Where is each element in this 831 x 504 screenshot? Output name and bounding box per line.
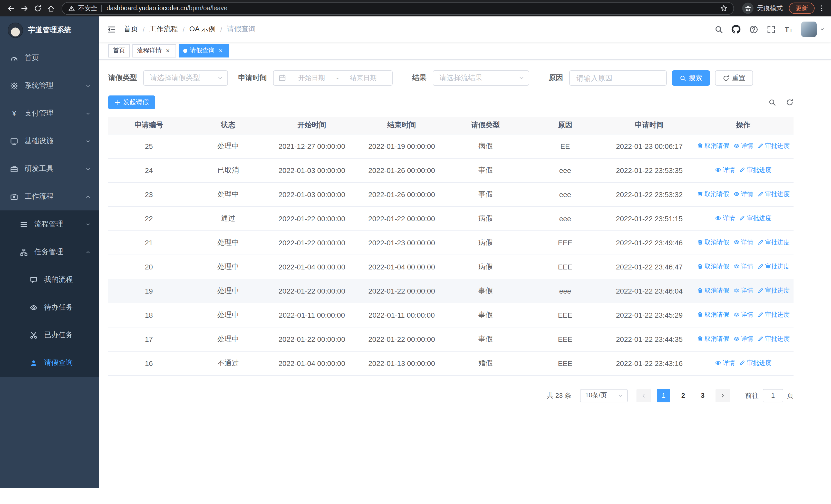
tab-2[interactable]: 请假查询× <box>179 44 229 57</box>
detail-link[interactable]: 详情 <box>733 262 753 271</box>
security-warning-icon <box>68 5 75 11</box>
sidebar-item-2[interactable]: ¥支付管理 <box>0 99 99 127</box>
browser-update-button[interactable]: 更新 <box>789 3 814 14</box>
cancel-leave-link[interactable]: 取消请假 <box>697 287 729 295</box>
breadcrumb-item-2[interactable]: OA 示例 <box>190 25 216 34</box>
page-1-button[interactable]: 1 <box>657 389 670 402</box>
approval-progress-link[interactable]: 审批进度 <box>757 262 790 271</box>
apply-time-range-picker[interactable]: 开始日期 - 结束日期 <box>273 70 393 86</box>
approval-progress-link[interactable]: 审批进度 <box>757 190 790 199</box>
sidebar-item-1[interactable]: 系统管理 <box>0 72 99 99</box>
approval-progress-link[interactable]: 审批进度 <box>739 214 771 223</box>
goto-page-input[interactable] <box>763 389 783 402</box>
leave-row-21[interactable]: 21处理中2022-01-22 00:00:002022-01-23 00:00… <box>108 231 794 255</box>
table-refresh-icon[interactable] <box>786 98 794 106</box>
sidebar-item-label: 已办任务 <box>44 330 73 340</box>
page-3-button[interactable]: 3 <box>696 389 709 402</box>
edit-icon <box>757 336 764 342</box>
leave-row-18[interactable]: 18处理中2022-01-11 00:00:002022-01-11 00:00… <box>108 303 794 327</box>
detail-link[interactable]: 详情 <box>733 335 753 343</box>
detail-link[interactable]: 详情 <box>715 214 735 223</box>
browser-forward-button[interactable] <box>18 2 31 15</box>
user-avatar[interactable] <box>801 22 816 37</box>
leave-type-select[interactable]: 请选择请假类型 <box>143 70 228 86</box>
detail-link[interactable]: 详情 <box>733 310 753 319</box>
detail-link[interactable]: 详情 <box>733 190 753 199</box>
leave-row-24[interactable]: 24已取消2022-01-03 00:00:002022-01-26 00:00… <box>108 158 794 182</box>
create-leave-button[interactable]: 发起请假 <box>108 95 155 109</box>
breadcrumb-item-0[interactable]: 首页 <box>124 25 138 34</box>
next-page-button[interactable] <box>716 389 730 402</box>
address-bar[interactable]: 不安全 dashboard.yudao.iocoder.cn/bpm/oa/le… <box>62 2 734 14</box>
edit-icon <box>739 215 745 221</box>
tab-close-icon[interactable]: × <box>217 47 224 54</box>
search-button[interactable]: 搜索 <box>672 70 710 86</box>
avatar-caret-icon[interactable] <box>820 27 825 32</box>
approval-progress-link[interactable]: 审批进度 <box>757 238 790 247</box>
breadcrumb-item-1[interactable]: 工作流程 <box>149 25 178 34</box>
tab-0[interactable]: 首页 <box>108 44 130 57</box>
leave-row-25[interactable]: 25处理中2021-12-27 00:00:002022-01-19 00:00… <box>108 134 794 158</box>
sidebar-item-10[interactable]: 已办任务 <box>0 321 99 349</box>
page-url[interactable]: dashboard.yudao.iocoder.cn/bpm/oa/leave <box>107 5 716 12</box>
detail-link[interactable]: 详情 <box>733 238 753 247</box>
browser-window: 不安全 dashboard.yudao.iocoder.cn/bpm/oa/le… <box>0 0 831 504</box>
detail-link[interactable]: 详情 <box>715 359 735 367</box>
cancel-leave-link[interactable]: 取消请假 <box>697 335 729 343</box>
github-icon[interactable] <box>727 17 745 42</box>
detail-link[interactable]: 详情 <box>715 166 735 175</box>
sidebar-item-0[interactable]: 首页 <box>0 44 99 72</box>
table-search-toggle-icon[interactable] <box>768 98 776 106</box>
sidebar-item-4[interactable]: 研发工具 <box>0 155 99 183</box>
sidebar-collapse-button[interactable] <box>99 17 124 42</box>
approval-progress-link[interactable]: 审批进度 <box>757 310 790 319</box>
help-icon[interactable] <box>745 17 762 42</box>
browser-home-button[interactable] <box>44 2 57 15</box>
approval-progress-link[interactable]: 审批进度 <box>739 359 771 367</box>
browser-menu-icon[interactable] <box>816 2 827 15</box>
sidebar-item-6[interactable]: 流程管理 <box>0 210 99 238</box>
prev-page-button[interactable] <box>636 389 651 402</box>
cancel-leave-link[interactable]: 取消请假 <box>697 262 729 271</box>
list-icon <box>20 220 28 228</box>
leave-row-19[interactable]: 19处理中2022-01-22 00:00:002022-01-22 00:00… <box>108 279 794 303</box>
detail-link[interactable]: 详情 <box>733 142 753 150</box>
reset-button[interactable]: 重置 <box>715 70 753 86</box>
leave-row-22[interactable]: 22通过2022-01-22 00:00:002022-01-22 00:00:… <box>108 206 794 231</box>
sidebar-item-11[interactable]: 请假查询 <box>0 349 99 377</box>
cancel-leave-link[interactable]: 取消请假 <box>697 238 729 247</box>
result-select[interactable]: 请选择流结果 <box>433 70 529 86</box>
leave-row-23[interactable]: 23处理中2022-01-03 00:00:002022-01-26 00:00… <box>108 182 794 206</box>
app-logo[interactable]: 芋道管理系统 <box>0 17 99 44</box>
sidebar-item-5[interactable]: 工作流程 <box>0 183 99 210</box>
fullscreen-icon[interactable] <box>762 17 780 42</box>
detail-link[interactable]: 详情 <box>733 287 753 295</box>
bookmark-star-icon[interactable] <box>720 5 727 12</box>
tab-close-icon[interactable]: × <box>164 47 171 54</box>
font-size-icon[interactable]: TT <box>780 17 797 42</box>
sidebar-item-3[interactable]: 基础设施 <box>0 127 99 155</box>
security-warning-label[interactable]: 不安全 <box>78 4 97 12</box>
cancel-leave-link[interactable]: 取消请假 <box>697 190 729 199</box>
leave-row-17[interactable]: 17处理中2022-01-22 00:00:002022-01-22 00:00… <box>108 327 794 351</box>
approval-progress-link[interactable]: 审批进度 <box>757 287 790 295</box>
leave-row-20[interactable]: 20处理中2022-01-04 00:00:002022-01-04 00:00… <box>108 255 794 279</box>
sidebar-item-9[interactable]: 待办任务 <box>0 294 99 321</box>
active-tab-dot <box>183 49 188 53</box>
browser-refresh-button[interactable] <box>31 2 44 15</box>
cancel-leave-link[interactable]: 取消请假 <box>697 310 729 319</box>
header-search-icon[interactable] <box>710 17 727 42</box>
reason-input[interactable] <box>570 71 666 85</box>
leave-row-16[interactable]: 16不通过2022-01-04 00:00:002022-01-13 00:00… <box>108 351 794 375</box>
page-2-button[interactable]: 2 <box>677 389 690 402</box>
sidebar-item-7[interactable]: 任务管理 <box>0 238 99 266</box>
approval-progress-link[interactable]: 审批进度 <box>739 166 771 175</box>
page-size-select[interactable]: 10条/页 <box>580 389 628 402</box>
tab-1[interactable]: 流程详情× <box>133 44 176 57</box>
chevron-down-icon <box>85 221 91 227</box>
cancel-leave-link[interactable]: 取消请假 <box>697 142 729 150</box>
approval-progress-link[interactable]: 审批进度 <box>757 335 790 343</box>
browser-back-button[interactable] <box>4 2 18 15</box>
sidebar-item-8[interactable]: 我的流程 <box>0 266 99 294</box>
approval-progress-link[interactable]: 审批进度 <box>757 142 790 150</box>
